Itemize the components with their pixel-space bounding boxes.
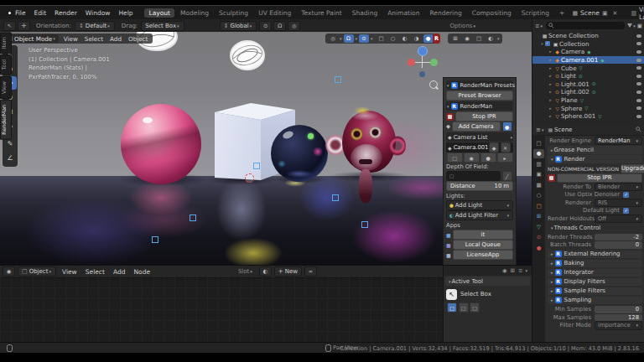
gizmo-toggle-icon[interactable]: ⊞	[450, 34, 460, 43]
select-mode-extend[interactable]: □	[459, 303, 469, 313]
active-tool-icon[interactable]: ↖	[3, 21, 16, 31]
camera-list-item[interactable]: ◆ Camera.001 ◆ ✕	[446, 142, 513, 153]
visibility-eye-icon[interactable]	[636, 34, 641, 38]
gizmo-x-axis[interactable]	[408, 59, 415, 66]
render-to-dropdown[interactable]: Blender▾	[595, 183, 642, 192]
proportional-editing-icon[interactable]: ◎	[288, 21, 300, 31]
glass-sphere[interactable]	[271, 125, 328, 182]
shader-type-dropdown[interactable]: □ Object▾	[18, 266, 56, 277]
overlays-toggle-icon[interactable]: ◉	[462, 34, 472, 43]
license-app-button[interactable]: LicenseApp	[453, 250, 513, 260]
shading-material-icon[interactable]: ◑	[412, 34, 422, 43]
expand-arrow-icon[interactable]: ▸	[548, 58, 553, 62]
shader-editor-menu[interactable]: Add	[109, 268, 130, 276]
outliner-row[interactable]: ▸ ⊙ Light.001 ⊙	[532, 80, 644, 89]
outliner-row[interactable]: ▸ ⊙ Light ⊙	[532, 72, 644, 80]
renderer-dropdown[interactable]: RIS▾	[595, 199, 642, 208]
dof-object-field[interactable]: □	[446, 171, 501, 181]
workspace-tab[interactable]: Texture Paint	[297, 8, 345, 18]
transform-orientation-dropdown[interactable]: ↕ Global▾	[220, 21, 257, 31]
shading-options-icon[interactable]: ◐	[486, 34, 496, 43]
camera-select-button[interactable]: ▸	[497, 153, 513, 163]
delete-camera-button[interactable]: ✕	[501, 142, 511, 153]
unlink-scene-icon[interactable]: ✕	[613, 10, 618, 17]
workspace-tab[interactable]: Sculpting	[215, 8, 252, 18]
render-section[interactable]: ▾ R Render	[548, 155, 642, 163]
visibility-eye-icon[interactable]	[636, 42, 641, 45]
topbar-menu[interactable]: File	[11, 9, 30, 17]
view-layer-properties-tab[interactable]: ▣	[533, 170, 544, 179]
suzanne-monkey[interactable]	[325, 107, 406, 208]
shading-wireframe-icon[interactable]: ○	[388, 34, 398, 43]
topbar-menu[interactable]: Window	[81, 9, 115, 17]
add-camera-small-button[interactable]: ◆	[489, 142, 499, 153]
eyedropper-icon[interactable]: ╱	[502, 171, 512, 181]
visibility-eye-icon[interactable]	[636, 106, 641, 110]
select-mode-subtract[interactable]: □	[470, 303, 480, 313]
expand-arrow-icon[interactable]: ▸	[548, 49, 553, 54]
gizmo-y-axis[interactable]	[430, 59, 438, 66]
expand-arrow-icon[interactable]: ▸	[548, 90, 553, 94]
workspace-tab[interactable]: Animation	[383, 8, 423, 18]
material-properties-tab[interactable]: ●	[533, 243, 544, 252]
upgrade-button[interactable]: Upgrade/B..	[621, 164, 644, 174]
visibility-eye-icon[interactable]	[636, 50, 641, 54]
viewport-menu[interactable]: Select	[81, 35, 106, 43]
tool-tab-icon[interactable]: ◉	[502, 267, 507, 274]
filter-mode-icon[interactable]: ≡	[535, 23, 539, 29]
expand-arrow-icon[interactable]: ▸	[548, 82, 553, 86]
expand-arrow-icon[interactable]: ▸	[548, 114, 553, 118]
snap-magnet-icon[interactable]: Ω	[344, 34, 354, 43]
render-properties-tab[interactable]: ●	[533, 149, 544, 158]
sidebar-tab[interactable]: Tool	[0, 54, 12, 75]
renderman-render-button[interactable]: R	[433, 34, 440, 44]
shader-editor-menu[interactable]: View	[58, 268, 81, 276]
renderman-collapsed-section[interactable]: ▸ R Baking	[548, 260, 642, 268]
active-tool-section-header[interactable]: ▾ Active Tool	[445, 277, 530, 286]
viewport-menu[interactable]: View	[60, 35, 81, 43]
visibility-eye-icon[interactable]	[636, 99, 641, 102]
default-light-checkbox[interactable]: ✓	[623, 208, 629, 214]
editor-type-icon[interactable]: ◉	[3, 266, 15, 277]
filter-funnel-icon[interactable]	[627, 23, 632, 28]
menu-icon[interactable]: ≡	[518, 267, 522, 274]
min-samples-input[interactable]: 0	[595, 306, 642, 313]
camera-view-button[interactable]: ◉	[464, 153, 480, 163]
workspace-tab[interactable]: +	[555, 8, 569, 18]
threads-control-section[interactable]: ▾ Threads Control	[548, 224, 642, 232]
show-gizmo-icon[interactable]: □	[474, 34, 484, 43]
data-properties-tab[interactable]: ▽	[533, 222, 544, 231]
outliner-row[interactable]: ▦ Scene Collection	[532, 32, 644, 40]
tool-properties-tab[interactable]: □	[533, 138, 544, 147]
expand-arrow-icon[interactable]: ▸	[548, 74, 553, 78]
workspace-tab[interactable]: UV Editing	[254, 8, 295, 18]
dof-distance-slider[interactable]: Distance10 m	[446, 181, 513, 191]
view-layer-selector[interactable]: ▥ View Layer ▣ ✕	[628, 6, 644, 21]
it-app-button[interactable]: it	[453, 230, 513, 240]
workspace-tab-icon[interactable]: ⊞	[511, 267, 515, 274]
shader-editor[interactable]: ◉ □ Object▾ ViewSelectAddNode Slot▾ ◐ +N…	[0, 265, 443, 343]
snap-target-icon[interactable]: ⊙	[359, 34, 369, 43]
sidebar-tab[interactable]: RenderMan	[0, 100, 12, 140]
outliner-row[interactable]: ▸ ▽ Sphere.001 ▽	[532, 112, 644, 121]
outliner-row[interactable]: ▸ ◆ Camera ◆	[532, 48, 644, 56]
use-optix-checkbox[interactable]: ✓	[623, 192, 629, 198]
object-properties-tab[interactable]: □	[533, 201, 544, 210]
workspace-tab[interactable]: Compositing	[468, 8, 516, 18]
expand-arrow-icon[interactable]: ▸	[548, 66, 553, 70]
outliner-row[interactable]: ▸ ▽ Sphere ▽	[532, 104, 644, 112]
gizmo-move-icon[interactable]: ✛	[18, 21, 30, 31]
workspace-tab[interactable]: Modeling	[176, 8, 213, 18]
pink-sphere[interactable]	[121, 104, 201, 184]
grease-pencil-section[interactable]: ▸ Grease Pencil	[548, 146, 642, 154]
sidebar-tab[interactable]: View	[0, 76, 12, 99]
visibility-eye-icon[interactable]	[636, 115, 641, 118]
preset-browser-button[interactable]: Preset Browser	[446, 90, 513, 101]
renderman-collapsed-section[interactable]: ▸ R Display Filters	[548, 278, 642, 287]
expand-arrow-icon[interactable]: ▾	[539, 42, 545, 46]
options-dropdown[interactable]: Options▾	[449, 23, 476, 29]
workspace-tab[interactable]: Scripting	[517, 8, 553, 18]
drag-mode-dropdown[interactable]: Select Box▾	[141, 21, 184, 31]
snap-magnet-icon[interactable]: Ω	[273, 21, 286, 31]
add-light-dropdown[interactable]: ● Add Light ▾	[446, 200, 513, 210]
